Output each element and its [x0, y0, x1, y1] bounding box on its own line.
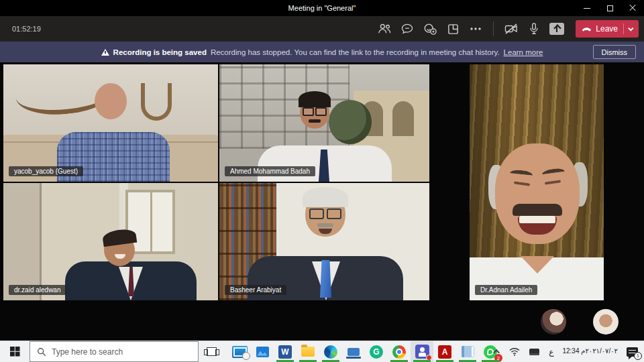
- meeting-toolbar: 01:52:19: [0, 16, 644, 42]
- window-controls: [576, 0, 644, 16]
- mail-icon: [232, 346, 248, 358]
- audio-participant-avatar[interactable]: [593, 309, 619, 335]
- search-input[interactable]: [52, 347, 179, 357]
- window-title: Meeting in "General": [288, 4, 356, 12]
- taskbar-acrobat-button[interactable]: A: [433, 341, 456, 362]
- language-indicator[interactable]: ع: [545, 341, 557, 362]
- clock-date: ٢٠٢١/٠٧/٠٢: [585, 347, 618, 356]
- taskbar-file-explorer-button[interactable]: [297, 341, 319, 362]
- photos-icon: [256, 347, 269, 357]
- more-options-button[interactable]: [466, 19, 485, 38]
- taskbar-photos-button[interactable]: [251, 341, 274, 362]
- reactions-button[interactable]: [421, 19, 439, 38]
- clock-time: 12:34 م: [562, 347, 585, 356]
- learn-more-link[interactable]: Learn more: [504, 48, 543, 56]
- person-tie: [320, 260, 331, 298]
- taskbar-onenote-button[interactable]: [456, 341, 479, 362]
- mic-icon: [529, 22, 539, 36]
- task-view-icon: [207, 347, 217, 356]
- mail-badge: [242, 352, 250, 360]
- clock[interactable]: 12:34 م ٢٠٢١/٠٧/٠٢: [559, 341, 621, 362]
- maximize-icon: [607, 5, 613, 11]
- leave-label: Leave: [596, 24, 618, 34]
- taskbar-word-button[interactable]: W: [274, 341, 297, 362]
- recording-banner-content: Recording is being saved Recording has s…: [101, 48, 543, 56]
- windows-logo-icon: [10, 347, 20, 357]
- person-hair: [299, 91, 331, 107]
- participant-name-label: dr.zaid aledwan: [9, 285, 66, 295]
- warning-icon: [101, 49, 109, 56]
- person-mustache: [317, 223, 333, 227]
- taskbar-connect-button[interactable]: [342, 341, 365, 362]
- action-center-icon: ١: [627, 347, 638, 357]
- camera-toggle-button[interactable]: [502, 19, 521, 38]
- minimize-icon: [584, 8, 590, 9]
- reactions-icon: [423, 22, 437, 36]
- tree-background: [329, 100, 372, 144]
- arch: [392, 101, 414, 136]
- tray-overflow-button[interactable]: [492, 341, 503, 362]
- more-options-icon: [470, 27, 482, 31]
- hangup-icon: [582, 26, 592, 32]
- banner-message: Recording has stopped. You can find the …: [211, 48, 500, 56]
- person-mustache: [513, 204, 562, 216]
- participant-name-label: Ahmed Mohammad Badah: [225, 166, 315, 176]
- mic-toggle-button[interactable]: [525, 19, 543, 38]
- leave-options-button[interactable]: [624, 20, 639, 38]
- touch-keyboard-button[interactable]: [526, 341, 543, 362]
- taskbar-mail-button[interactable]: [228, 341, 251, 362]
- close-button[interactable]: [621, 0, 644, 16]
- taskbar-search[interactable]: [30, 341, 199, 362]
- system-tray: ع 12:34 م ٢٠٢١/٠٧/٠٢ ١: [492, 341, 644, 362]
- breakout-rooms-icon: [447, 23, 460, 36]
- chrome-icon: [392, 345, 406, 359]
- share-screen-button[interactable]: [547, 19, 566, 38]
- action-center-button[interactable]: ١: [623, 341, 641, 362]
- search-icon: [37, 347, 46, 357]
- dismiss-button[interactable]: Dismiss: [593, 45, 637, 59]
- participant-video-adnan[interactable]: Dr.Adnan Adaileh: [470, 64, 604, 300]
- leave-button[interactable]: Leave: [576, 20, 639, 38]
- person-hair: [303, 187, 348, 207]
- teams-meeting-window: Meeting in "General" 01:52:19: [0, 0, 644, 362]
- pinned-apps: W G A 2: [228, 341, 502, 362]
- taskbar-grammarly-button[interactable]: G: [365, 341, 388, 362]
- minimize-button[interactable]: [576, 0, 598, 16]
- chat-button[interactable]: [398, 19, 417, 38]
- teams-notification-badge: [426, 355, 432, 361]
- start-button[interactable]: [0, 341, 30, 362]
- person-glasses: [303, 107, 327, 114]
- taskbar-teams-button[interactable]: [411, 341, 433, 362]
- breakout-rooms-button[interactable]: [443, 19, 462, 38]
- participant-video-ahmed[interactable]: Ahmed Mohammad Badah: [219, 64, 429, 182]
- person-mustache: [309, 119, 321, 123]
- participants-button[interactable]: [375, 19, 394, 38]
- wall-decor: [141, 83, 172, 121]
- person-head: [95, 83, 127, 119]
- chevron-up-icon: [493, 349, 500, 356]
- task-view-button[interactable]: [199, 341, 224, 362]
- participant-video-yacob[interactable]: yacob_yacob (Guest): [3, 64, 218, 182]
- word-icon: W: [278, 345, 292, 359]
- camera-off-icon: [504, 23, 519, 35]
- video-grid: yacob_yacob (Guest) Ahmed Mohammad Badah: [0, 62, 644, 341]
- banner-title: Recording is being saved: [113, 48, 207, 56]
- recording-banner: Recording is being saved Recording has s…: [0, 42, 644, 62]
- taskbar-edge-button[interactable]: [319, 341, 342, 362]
- participant-name-label: yacob_yacob (Guest): [9, 166, 83, 176]
- person-teeth: [519, 216, 555, 223]
- action-center-badge: ١: [634, 352, 642, 360]
- audio-participant-avatar[interactable]: [541, 309, 566, 335]
- keyboard-icon: [529, 349, 539, 355]
- maximize-button[interactable]: [598, 0, 621, 16]
- meeting-timer: 01:52:19: [12, 25, 41, 33]
- participant-video-basheer[interactable]: Basheer Arabiyat: [219, 183, 429, 300]
- participants-icon: [377, 23, 392, 35]
- taskbar-chrome-button[interactable]: [388, 341, 411, 362]
- chat-icon: [400, 22, 414, 36]
- wifi-button[interactable]: [506, 341, 523, 362]
- notebook-icon: [462, 346, 474, 357]
- participant-name-label: Dr.Adnan Adaileh: [475, 285, 537, 295]
- wifi-icon: [509, 347, 520, 356]
- participant-video-zaid[interactable]: dr.zaid aledwan: [3, 183, 218, 300]
